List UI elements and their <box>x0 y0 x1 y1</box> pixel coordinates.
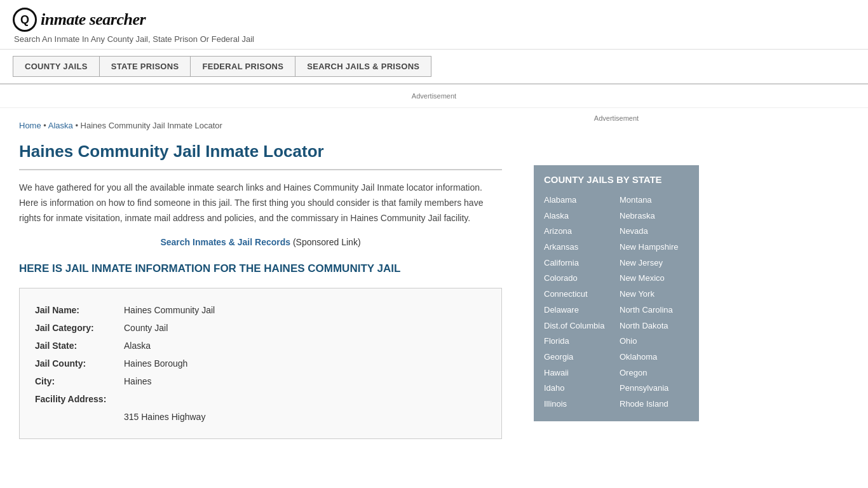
info-heading: HERE IS JAIL INMATE INFORMATION FOR THE … <box>19 261 502 276</box>
jail-address-value-row: 315 Haines Highway <box>35 408 486 426</box>
state-link[interactable]: Colorado <box>544 271 613 287</box>
logo-area: Q inmate searcher <box>13 8 855 32</box>
jail-category-value: County Jail <box>124 319 168 337</box>
states-col2: MontanaNebraskaNevadaNew HampshireNew Je… <box>620 193 689 412</box>
jail-address-value: 315 Haines Highway <box>124 408 205 426</box>
state-link[interactable]: Georgia <box>544 349 613 365</box>
ad-banner: Advertisement <box>0 85 868 108</box>
logo-text: inmate searcher <box>41 10 146 29</box>
main-content: Home • Alaska • Haines Community Jail In… <box>0 108 521 452</box>
state-link[interactable]: Rhode Island <box>620 396 689 412</box>
state-link[interactable]: Nevada <box>620 224 689 240</box>
state-link[interactable]: North Dakota <box>620 318 689 334</box>
jail-state-value: Alaska <box>124 337 151 355</box>
breadcrumb-separator1: • <box>43 121 48 130</box>
description: We have gathered for you all the availab… <box>19 180 502 226</box>
logo-icon: Q <box>13 8 37 32</box>
state-link[interactable]: Idaho <box>544 381 613 396</box>
state-link[interactable]: Nebraska <box>620 208 689 224</box>
breadcrumb-home-link[interactable]: Home <box>19 121 41 130</box>
federal-prisons-nav-button[interactable]: FEDERAL PRISONS <box>191 56 295 77</box>
jail-name-row: Jail Name: Haines Community Jail <box>35 301 486 319</box>
state-link[interactable]: Arkansas <box>544 240 613 255</box>
state-link[interactable]: Oregon <box>620 365 689 381</box>
state-link[interactable]: Ohio <box>620 334 689 349</box>
tagline: Search An Inmate In Any County Jail, Sta… <box>13 34 855 44</box>
state-link[interactable]: New York <box>620 287 689 302</box>
state-link[interactable]: Arizona <box>544 224 613 240</box>
states-grid: AlabamaAlaskaArizonaArkansasCaliforniaCo… <box>544 193 689 412</box>
state-link[interactable]: Alabama <box>544 193 613 208</box>
main-layout: Home • Alaska • Haines Community Jail In… <box>0 108 868 452</box>
jail-name-label: Jail Name: <box>35 301 124 319</box>
jail-county-label: Jail County: <box>35 355 124 372</box>
state-link[interactable]: Florida <box>544 334 613 349</box>
state-link[interactable]: New Jersey <box>620 255 689 271</box>
state-link[interactable]: Alaska <box>544 208 613 224</box>
search-jails-nav-button[interactable]: SEARCH JAILS & PRISONS <box>295 56 431 77</box>
jail-city-label: City: <box>35 372 124 390</box>
state-link[interactable]: Illinois <box>544 396 613 412</box>
breadcrumb-separator2: • <box>75 121 80 130</box>
sponsored-link-area: Search Inmates & Jail Records (Sponsored… <box>19 237 502 247</box>
breadcrumb: Home • Alaska • Haines Community Jail In… <box>19 121 502 130</box>
nav-bar: COUNTY JAILS STATE PRISONS FEDERAL PRISO… <box>0 50 868 85</box>
state-link[interactable]: Dist.of Columbia <box>544 318 613 334</box>
jail-state-row: Jail State: Alaska <box>35 337 486 355</box>
jail-name-value: Haines Community Jail <box>124 301 215 319</box>
state-link[interactable]: Montana <box>620 193 689 208</box>
page-title: Haines Community Jail Inmate Locator <box>19 142 502 170</box>
state-link[interactable]: Delaware <box>544 302 613 318</box>
breadcrumb-state-link[interactable]: Alaska <box>48 121 73 130</box>
state-link[interactable]: Connecticut <box>544 287 613 302</box>
jail-address-label: Facility Address: <box>35 390 124 408</box>
state-link[interactable]: New Hampshire <box>620 240 689 255</box>
sponsored-note: (Sponsored Link) <box>293 237 361 247</box>
jail-info-box: Jail Name: Haines Community Jail Jail Ca… <box>19 288 502 439</box>
jail-category-label: Jail Category: <box>35 319 124 337</box>
header: Q inmate searcher Search An Inmate In An… <box>0 0 868 50</box>
sponsored-link[interactable]: Search Inmates & Jail Records <box>160 237 290 247</box>
state-link[interactable]: New Mexico <box>620 271 689 287</box>
jail-address-row: Facility Address: <box>35 390 486 408</box>
state-link[interactable]: Oklahoma <box>620 349 689 365</box>
jail-city-value: Haines <box>124 372 152 390</box>
states-col1: AlabamaAlaskaArizonaArkansasCaliforniaCo… <box>544 193 613 412</box>
jail-city-row: City: Haines <box>35 372 486 390</box>
state-link[interactable]: California <box>544 255 613 271</box>
jail-category-row: Jail Category: County Jail <box>35 319 486 337</box>
state-link[interactable]: Hawaii <box>544 365 613 381</box>
sidebar: Advertisement COUNTY JAILS BY STATE Alab… <box>521 108 712 452</box>
jail-state-label: Jail State: <box>35 337 124 355</box>
breadcrumb-current: Haines Community Jail Inmate Locator <box>81 121 222 130</box>
county-jails-nav-button[interactable]: COUNTY JAILS <box>13 56 100 77</box>
state-link[interactable]: North Carolina <box>620 302 689 318</box>
state-link[interactable]: Pennsylvania <box>620 381 689 396</box>
jail-county-row: Jail County: Haines Borough <box>35 355 486 372</box>
state-prisons-nav-button[interactable]: STATE PRISONS <box>100 56 191 77</box>
county-jails-by-state-box: COUNTY JAILS BY STATE AlabamaAlaskaArizo… <box>534 165 699 421</box>
county-jails-by-state-title: COUNTY JAILS BY STATE <box>544 174 689 185</box>
jail-county-value: Haines Borough <box>124 355 187 372</box>
sidebar-ad: Advertisement <box>534 114 699 152</box>
